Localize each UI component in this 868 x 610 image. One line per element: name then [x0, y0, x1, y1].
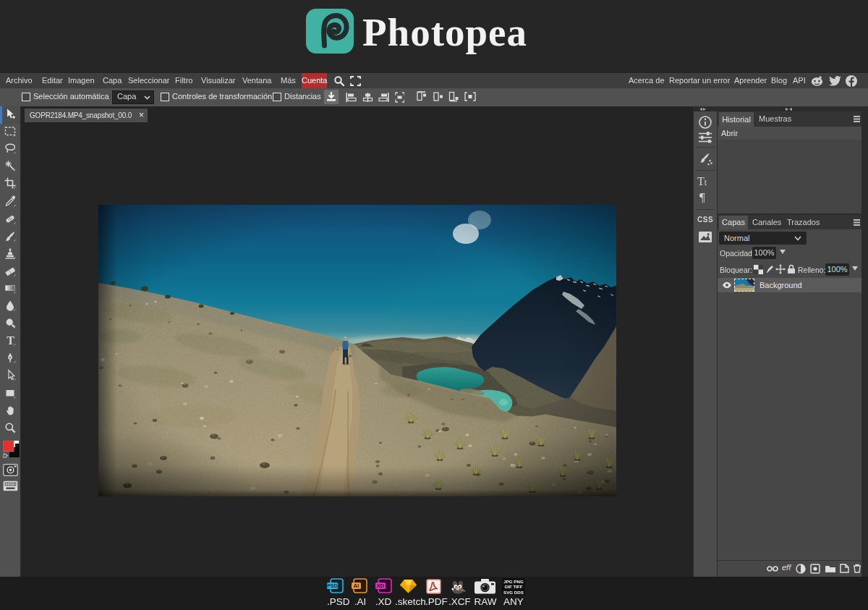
svg-text:XD: XD — [377, 583, 385, 589]
svg-text:T: T — [7, 334, 14, 346]
svg-text:PSD: PSD — [327, 583, 337, 588]
svg-text:AI: AI — [354, 583, 359, 589]
